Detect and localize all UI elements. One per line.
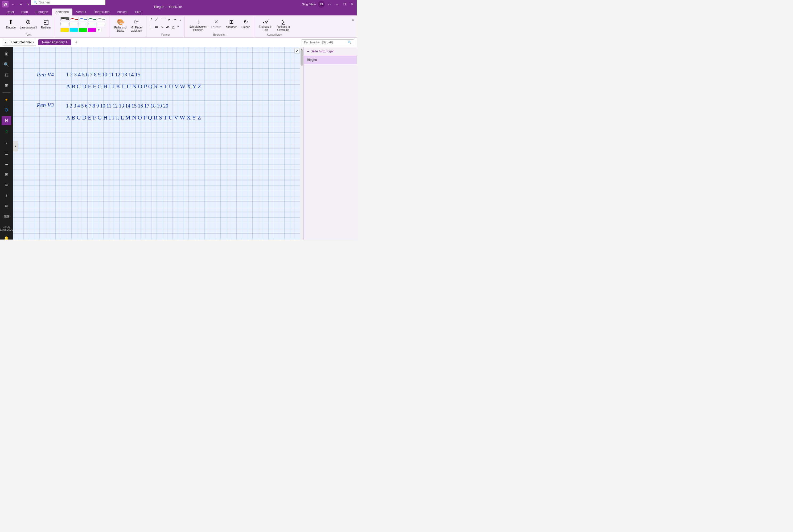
pen-swatch-9[interactable]	[88, 22, 96, 26]
tab-ansicht[interactable]: Ansicht	[113, 8, 131, 15]
search-bar[interactable]: 🔍	[31, 0, 106, 5]
loeschen-button[interactable]: ✕ Löschen	[210, 18, 223, 30]
shape-corner-icon[interactable]: ⌐	[167, 17, 171, 23]
restore-button[interactable]: ❐	[342, 2, 347, 7]
pen-swatch-6[interactable]	[60, 22, 69, 26]
pen-sidebar-button[interactable]: ✏	[2, 201, 11, 211]
radierer-button[interactable]: ◱ Radierer	[39, 18, 53, 30]
widgets-button[interactable]: ⊞	[2, 81, 11, 91]
vertical-scrollbar[interactable]: ▲ ▼	[300, 47, 303, 240]
pen-swatch-10[interactable]	[97, 22, 105, 26]
onenote-button[interactable]: N	[2, 116, 11, 126]
anordnen-button[interactable]: ⊞ Anordnen	[224, 18, 239, 30]
page-item-biegen[interactable]: Biegen	[304, 56, 357, 64]
ribbon-toggle[interactable]: ▭	[327, 2, 332, 7]
tab-einfuegen[interactable]: Einfügen	[32, 8, 52, 15]
freihand-text-button[interactable]: 𝒜 Freihand inText	[258, 18, 274, 33]
windows-button[interactable]: ⊞	[2, 49, 11, 59]
highlight-yellow[interactable]	[60, 28, 69, 32]
v-scroll-thumb[interactable]	[301, 50, 303, 66]
page-canvas[interactable]: › Pen V4 1 2 3 4 5 6 7 8 9 10 11 12 13 1…	[13, 47, 303, 240]
shape-line-icon[interactable]: ⟋	[154, 17, 159, 23]
radierer-label: Radierer	[41, 26, 51, 29]
finger-zeichnen-button[interactable]: ☞ Mit Fingerzeichnen	[129, 18, 144, 34]
screen-button[interactable]: ▭	[2, 149, 11, 158]
tab-verlauf[interactable]: Verlauf	[72, 8, 90, 15]
shape-rect-icon[interactable]: ▭	[154, 24, 159, 29]
tab-zeichnen[interactable]: Zeichnen	[52, 8, 72, 15]
schreibbereich-button[interactable]: ↕ Schreibbereicheinfügen	[188, 18, 209, 33]
shape-diagonal-icon[interactable]: /	[150, 17, 152, 23]
freihand-gleichung-button[interactable]: ∑ Freihand inGleichung	[275, 18, 291, 33]
palette-icon: 🎨	[117, 19, 124, 25]
section-tab[interactable]: Neuer Abschnitt 1	[38, 39, 71, 45]
farbe-staerke-button[interactable]: 🎨 Farbe undStärke	[113, 18, 128, 34]
notebook-selector[interactable]: ▭ I Elektrotechnik ▾	[3, 39, 36, 45]
back-button[interactable]: ←	[11, 2, 16, 7]
search-pages-input[interactable]	[304, 41, 346, 44]
user-avatar[interactable]: SS	[318, 1, 325, 8]
shape-parallelogram-icon[interactable]: ▱	[165, 24, 170, 29]
drehen-icon: ↻	[244, 19, 248, 25]
pen-swatch-4[interactable]	[88, 17, 96, 21]
eingabe-button[interactable]: ⬆ Eingabe	[4, 18, 17, 30]
shapes-dropdown[interactable]: ▾	[176, 24, 180, 29]
loeschen-icon: ✕	[214, 19, 219, 25]
shape-arrow-icon[interactable]: →	[172, 17, 177, 23]
undo-button[interactable]: ↩	[18, 2, 23, 7]
add-section-button[interactable]: +	[73, 39, 80, 45]
shape-circle-icon[interactable]: ○	[160, 24, 164, 29]
pen-swatch-3[interactable]	[78, 17, 87, 21]
chrome-button[interactable]: ●	[2, 95, 11, 104]
shape-corner2-icon[interactable]: ⌟	[178, 17, 182, 23]
pen-dropdown[interactable]: ▾	[97, 28, 101, 32]
search-input[interactable]	[39, 1, 98, 4]
shape-curve-icon[interactable]: ⌒	[161, 17, 166, 23]
drehen-label: Drehen	[242, 25, 250, 29]
notification-button[interactable]: 🔔	[2, 233, 11, 240]
bearbeiten-items: ↕ Schreibbereicheinfügen ✕ Löschen ⊞ Ano…	[188, 17, 252, 33]
cloud-button[interactable]: ☁	[2, 159, 11, 169]
taskview-button[interactable]: ⊡	[2, 70, 11, 80]
tab-hilfe[interactable]: Hilfe	[131, 8, 145, 15]
spotify-button[interactable]: ♫	[2, 127, 11, 136]
tab-start[interactable]: Start	[18, 8, 32, 15]
search-pages-icon[interactable]: 🔍	[348, 40, 352, 44]
devices-button[interactable]: ⊞	[2, 170, 11, 179]
pen-swatch-7[interactable]	[70, 22, 78, 26]
tab-ueberpruefen[interactable]: Überprüfen	[90, 8, 113, 15]
scroll-up-button[interactable]: ▲	[300, 47, 303, 50]
titlebar-right: Sigg Silvio SS ▭ – ❐ ✕	[302, 1, 355, 8]
sidebar-divider	[3, 92, 10, 93]
pen-v3-letters: A B C D E F G H I J k L M N O P Q R S T …	[66, 110, 221, 123]
ribbon-collapse[interactable]: ▲	[352, 17, 355, 37]
shape-triangle-icon[interactable]: △	[171, 24, 175, 29]
wifi-button[interactable]: ≋	[2, 180, 11, 190]
highlight-cyan[interactable]	[70, 28, 78, 32]
freihand-gleichung-icon: ∑	[281, 19, 285, 25]
keyboard-button[interactable]: ⌨	[2, 212, 11, 222]
sound-button[interactable]: ♪	[2, 191, 11, 201]
fullscreen-toggle[interactable]: ⤢	[295, 48, 300, 54]
tab-datei[interactable]: Datei	[3, 8, 18, 15]
outlook-button[interactable]: O	[2, 106, 11, 115]
pen-swatch-1[interactable]	[60, 17, 69, 21]
minimize-button[interactable]: –	[334, 2, 340, 7]
schreibbereich-label: Schreibbereicheinfügen	[189, 25, 207, 32]
pen-swatch-5[interactable]	[97, 17, 105, 21]
pen-swatch-2[interactable]	[70, 17, 78, 21]
expand-section-button[interactable]: ›	[13, 141, 18, 151]
pen-swatch-8[interactable]	[78, 22, 87, 26]
add-page-button[interactable]: + Seite hinzufügen	[304, 47, 357, 56]
pen-v3-label: Pen V3	[37, 99, 58, 111]
shape-rect-corner-icon[interactable]: ⌞	[150, 24, 153, 29]
close-button[interactable]: ✕	[349, 2, 355, 7]
expand-sidebar-button[interactable]: ›	[2, 138, 11, 148]
search-nav-button[interactable]: 🔍	[2, 60, 11, 70]
time: 15:25	[0, 225, 13, 228]
drehen-button[interactable]: ↻ Drehen	[240, 18, 252, 30]
lassoauswahl-button[interactable]: ⊕ Lassoauswahl	[18, 18, 38, 30]
highlight-magenta[interactable]	[88, 28, 96, 32]
redo-dropdown[interactable]: ▾	[25, 2, 31, 7]
highlight-green[interactable]	[78, 28, 87, 32]
